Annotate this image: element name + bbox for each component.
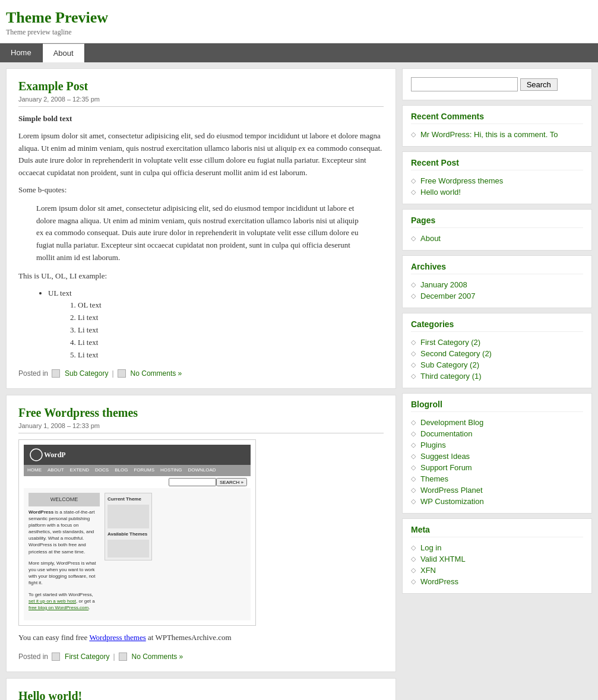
list-item: ◇ About [411,233,583,244]
arrow-icon: ◇ [411,361,418,369]
list-item: ◇ January 2008 [411,279,583,290]
blogroll-link[interactable]: Plugins [420,441,446,449]
search-input[interactable] [411,77,518,91]
wp-screenshot: WordPress HOMEABOUTEXTENDDOCSBLOGFORUMSH… [18,439,256,626]
archives-list: ◇ January 2008 ◇ December 2007 [411,279,583,302]
blogroll-link[interactable]: Development Blog [420,418,483,427]
recent-posts-widget: Recent Post ◇ Free Wordpress themes ◇ He… [402,151,592,204]
ul-intro: This is UL, OL, LI example: [18,270,384,283]
meta-link[interactable]: WordPress [420,577,458,586]
subcategory-link[interactable]: Sub Category (2) [420,360,479,369]
arrow-icon: ◇ [411,419,418,426]
blogroll-link[interactable]: WP Customization [420,497,484,506]
site-header: Theme Preview Theme preview tagline [0,0,598,43]
arrow-icon: ◇ [411,555,418,563]
post-title-link[interactable]: Free Wordpress themes [18,406,138,419]
post-comments-link[interactable]: No Comments » [131,369,182,378]
arrow-icon: ◇ [411,544,418,552]
blogroll-link[interactable]: Support Forum [420,463,472,472]
sidebar: Search Recent Comments ◇ Mr WordPress: H… [402,68,592,700]
text-after-link: at WPThemesArchive.com [146,633,232,642]
post-ol: OL text Li text Li text Li text Li text [78,299,384,361]
recent-comments-widget: Recent Comments ◇ Mr WordPress: Hi, this… [402,105,592,147]
post-free-themes: Free Wordpress themes January 1, 2008 – … [6,395,396,672]
ul-item: UL text OL text Li text Li text Li text … [48,287,384,362]
blogroll-list: ◇Development Blog ◇Documentation ◇Plugin… [411,417,583,507]
list-item: ◇Themes [411,473,583,484]
li-item-2: Li text [78,324,384,337]
blogroll-link[interactable]: Suggest Ideas [420,452,470,461]
page-link[interactable]: About [420,234,441,243]
post-title-link[interactable]: Example Post [18,80,88,93]
archives-title: Archives [411,262,583,274]
wp-search-bar: SEARCH » [24,476,251,488]
search-button[interactable]: Search [520,78,558,91]
nav-about[interactable]: About [43,43,85,62]
arrow-icon: ◇ [411,430,418,438]
wp-search-field[interactable] [169,478,216,486]
archive-link[interactable]: December 2007 [420,292,476,300]
post-category-link[interactable]: First Category [65,653,109,661]
posted-in-label: Posted in [18,369,48,378]
list-item: ◇Support Forum [411,462,583,473]
post-hello-world: Hello world! December 26, 2007 – 7:46 pm… [6,678,396,700]
post-footer: Posted in Sub Category | No Comments » [18,369,384,378]
list-item: ◇ Sub Category (2) [411,359,583,370]
navigation: Home About [0,43,598,62]
blogroll-link[interactable]: Documentation [420,429,472,438]
post-title: Example Post [18,80,384,93]
wordpress-themes-link[interactable]: Wordpress themes [89,633,145,642]
arrow-icon: ◇ [411,578,418,585]
post-content: Simple bold text Lorem ipsum dolor sit a… [18,113,384,361]
meta-list: ◇Log in ◇Valid XHTML ◇XFN ◇WordPress [411,542,583,587]
post-title-link[interactable]: Hello world! [18,689,82,700]
list-item: ◇Plugins [411,439,583,451]
meta-link[interactable]: Valid XHTML [420,555,466,563]
category-icon [52,369,60,378]
list-item: ◇ Second Category (2) [411,348,583,359]
wp-body: WELCOME WordPress is a state-of-the-art … [24,488,251,620]
arrow-icon: ◇ [411,177,418,185]
wp-nav-bar: HOMEABOUTEXTENDDOCSBLOGFORUMSHOSTINGDOWN… [24,465,251,476]
blogroll-widget: Blogroll ◇Development Blog ◇Documentatio… [402,393,592,514]
categories-widget: Categories ◇ First Category (2) ◇ Second… [402,313,592,388]
post-title: Hello world! [18,689,384,700]
archive-link[interactable]: January 2008 [420,280,467,289]
ol-item: OL text [78,299,384,312]
blogroll-title: Blogroll [411,400,583,412]
recent-post-link[interactable]: Hello world! [420,188,461,197]
categories-title: Categories [411,319,583,332]
arrow-icon: ◇ [411,441,418,449]
nav-home[interactable]: Home [0,43,43,62]
post-content: WordPress HOMEABOUTEXTENDDOCSBLOGFORUMSH… [18,439,384,644]
pages-list: ◇ About [411,233,583,244]
comment-link[interactable]: Mr WordPress: Hi, this is a comment. To [420,130,558,139]
meta-link[interactable]: XFN [420,566,436,575]
category-link[interactable]: Third category (1) [420,372,482,381]
arrow-icon: ◇ [411,281,418,289]
wp-search-button[interactable]: SEARCH » [216,478,247,486]
list-item: ◇ Third category (1) [411,370,583,382]
recent-post-link[interactable]: Free Wordpress themes [420,176,503,185]
arrow-icon: ◇ [411,498,418,505]
post-blockquote: Lorem ipsum dolor sit amet, consectetur … [36,202,366,264]
blogroll-link[interactable]: WordPress Planet [420,486,483,495]
post-title: Free Wordpress themes [18,406,384,420]
arrow-icon: ◇ [411,452,418,460]
post-image: WordPress HOMEABOUTEXTENDDOCSBLOGFORUMSH… [18,439,384,626]
category-link[interactable]: First Category (2) [420,338,480,347]
list-item: ◇ First Category (2) [411,337,583,348]
svg-point-0 [30,449,42,461]
meta-link[interactable]: Log in [420,543,441,552]
list-item: ◇ Hello world! [411,186,583,198]
post-comments-link[interactable]: No Comments » [132,653,183,661]
main-wrapper: Example Post January 2, 2008 – 12:35 pm … [0,62,598,700]
arrow-icon: ◇ [411,292,418,300]
blogroll-link[interactable]: Themes [420,474,448,483]
category-link[interactable]: Second Category (2) [420,349,492,358]
list-item: ◇ December 2007 [411,290,583,302]
arrow-icon: ◇ [411,372,418,380]
arrow-icon: ◇ [411,464,418,471]
arrow-icon: ◇ [411,131,418,138]
post-category-link[interactable]: Sub Category [65,369,108,378]
